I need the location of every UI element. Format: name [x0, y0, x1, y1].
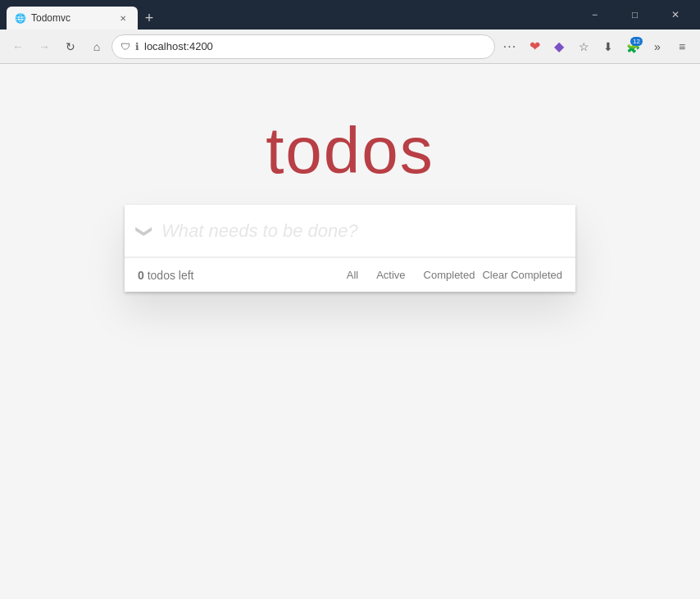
extension-icon[interactable]: ◆ [548, 35, 570, 58]
tab-favicon: 🌐 [15, 13, 26, 24]
forward-button[interactable]: → [33, 35, 56, 58]
close-button[interactable]: ✕ [657, 2, 693, 27]
address-bar-container: 🛡 ℹ [111, 34, 495, 59]
nav-bar: ← → ↻ ⌂ 🛡 ℹ ··· ❤ ◆ ☆ ⬇ 🧩 12 » ≡ [0, 29, 700, 64]
tab-bar: 🌐 Todomvc ✕ + [7, 0, 576, 29]
filter-all[interactable]: All [339, 265, 366, 284]
menu-button[interactable]: ≡ [670, 35, 693, 58]
tab-close-button[interactable]: ✕ [116, 11, 130, 25]
extensions-button[interactable]: 🧩 12 [621, 35, 644, 58]
overflow-button[interactable]: » [646, 35, 669, 58]
shield-icon: 🛡 [120, 41, 130, 52]
more-button[interactable]: ··· [498, 35, 521, 58]
nav-right-icons: ··· ❤ ◆ ☆ ⬇ 🧩 12 » ≡ [498, 35, 693, 58]
bookmark-button[interactable]: ☆ [572, 35, 595, 58]
active-tab[interactable]: 🌐 Todomvc ✕ [7, 7, 138, 29]
window-controls: − □ ✕ [576, 2, 693, 27]
todo-app: ❯ 0 todos left All Active Completed Clea… [125, 205, 575, 292]
back-button[interactable]: ← [7, 35, 30, 58]
filter-completed[interactable]: Completed [416, 265, 483, 284]
minimize-button[interactable]: − [576, 2, 613, 27]
download-button[interactable]: ⬇ [597, 35, 620, 58]
tab-title: Todomvc [31, 12, 111, 24]
browser-window: 🌐 Todomvc ✕ + − □ ✕ ← → ↻ ⌂ 🛡 ℹ ··· ❤ ◆ … [0, 0, 700, 599]
todo-filters: All Active Completed [339, 265, 483, 284]
maximize-button[interactable]: □ [616, 2, 653, 27]
todo-count: 0 todos left [138, 269, 339, 282]
todo-footer: 0 todos left All Active Completed Clear … [125, 257, 575, 292]
title-bar: 🌐 Todomvc ✕ + − □ ✕ [0, 0, 700, 29]
info-icon: ℹ [135, 41, 139, 52]
todo-input[interactable] [161, 220, 562, 242]
todo-input-row: ❯ [125, 205, 575, 257]
app-title: todos [266, 113, 434, 188]
address-bar[interactable] [144, 40, 486, 52]
clear-completed-button[interactable]: Clear Completed [482, 269, 562, 281]
extensions-badge: 12 [630, 37, 643, 47]
new-tab-button[interactable]: + [138, 7, 161, 29]
refresh-button[interactable]: ↻ [59, 35, 82, 58]
home-button[interactable]: ⌂ [85, 35, 108, 58]
filter-active[interactable]: Active [369, 265, 412, 284]
toggle-all-icon[interactable]: ❯ [135, 224, 155, 238]
page-content: todos ❯ 0 todos left All Active Complete… [0, 64, 700, 599]
pocket-icon[interactable]: ❤ [523, 35, 546, 58]
